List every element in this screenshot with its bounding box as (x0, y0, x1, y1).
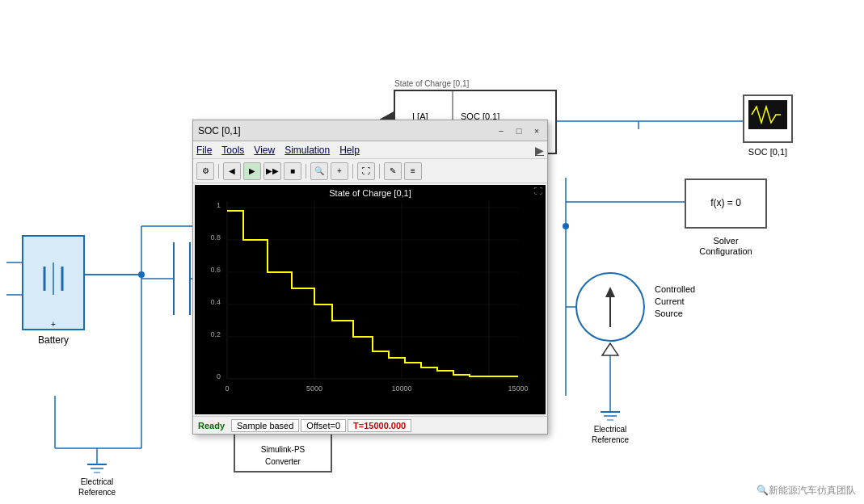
svg-text:Reference: Reference (78, 488, 116, 497)
toolbar-zoom-in[interactable]: + (331, 162, 348, 180)
svg-text:+: + (51, 320, 56, 329)
svg-text:10000: 10000 (391, 384, 411, 393)
minimize-button[interactable]: − (495, 125, 507, 136)
toolbar-settings[interactable]: ⚙ (196, 162, 214, 180)
menu-tools[interactable]: Tools (221, 145, 244, 156)
svg-text:State of Charge [0,1]: State of Charge [0,1] (394, 79, 470, 88)
scope-chart: State of Charge [0,1] 1 0.8 0.6 0.4 0.2 … (195, 185, 546, 414)
maximize-button[interactable]: □ (513, 125, 525, 136)
svg-text:Configuration: Configuration (699, 246, 752, 256)
svg-text:0.6: 0.6 (210, 266, 221, 274)
svg-text:5000: 5000 (306, 384, 322, 393)
status-time: T=15000.000 (348, 419, 411, 432)
toolbar-back[interactable]: ◀ (223, 162, 241, 180)
toolbar-sep2 (306, 164, 306, 178)
scope-toolbar: ⚙ ◀ ▶ ▶▶ ■ 🔍 + ⛶ ✎ ≡ (193, 159, 547, 183)
close-button[interactable]: × (531, 125, 542, 136)
scope-window-title: SOC [0,1] (198, 125, 241, 136)
svg-text:f(x) = 0: f(x) = 0 (710, 197, 741, 208)
svg-text:0: 0 (217, 372, 221, 380)
svg-text:Source: Source (655, 309, 683, 318)
svg-text:1: 1 (217, 201, 221, 209)
toolbar-pencil[interactable]: ✎ (384, 162, 402, 180)
toolbar-sep3 (352, 164, 353, 178)
chart-svg: 1 0.8 0.6 0.4 0.2 0 0 5000 10000 15000 (195, 185, 546, 414)
svg-text:Battery: Battery (38, 334, 69, 346)
svg-text:0.4: 0.4 (210, 298, 221, 306)
toolbar-forward[interactable]: ▶▶ (263, 162, 281, 180)
svg-text:0.8: 0.8 (210, 233, 221, 242)
menu-simulation[interactable]: Simulation (284, 145, 330, 156)
svg-text:0.2: 0.2 (210, 330, 221, 338)
svg-text:Current: Current (655, 296, 685, 306)
svg-text:SOC [0,1]: SOC [0,1] (748, 147, 787, 157)
svg-text:Electrical: Electrical (594, 425, 627, 434)
svg-point-63 (563, 223, 569, 229)
toolbar-sep4 (379, 164, 380, 178)
watermark: 🔍新能源汽车仿真团队 (757, 484, 856, 498)
toolbar-sep1 (218, 164, 219, 178)
status-ready: Ready (198, 421, 225, 430)
svg-text:Solver: Solver (713, 236, 739, 246)
menu-help[interactable]: Help (339, 145, 360, 156)
svg-text:Simulink-PS: Simulink-PS (261, 445, 306, 454)
svg-text:0: 0 (225, 384, 229, 393)
scope-menubar: File Tools View Simulation Help ▶ (193, 141, 547, 159)
svg-text:Controlled: Controlled (655, 284, 695, 294)
scope-titlebar: SOC [0,1] − □ × (193, 120, 547, 141)
svg-text:15000: 15000 (508, 384, 528, 393)
watermark-text: 🔍新能源汽车仿真团队 (757, 484, 856, 498)
toolbar-play[interactable]: ▶ (243, 162, 261, 180)
menu-file[interactable]: File (196, 145, 212, 156)
menu-arrow: ▶ (535, 144, 544, 157)
toolbar-stop[interactable]: ■ (284, 162, 301, 180)
toolbar-zoom-group[interactable]: 🔍 (310, 162, 328, 180)
svg-text:Electrical: Electrical (81, 477, 114, 486)
toolbar-expand[interactable]: ⛶ (357, 162, 375, 180)
status-sample-based: Sample based (231, 419, 299, 432)
scope-statusbar: Ready Sample based Offset=0 T=15000.000 (193, 416, 547, 434)
menu-view[interactable]: View (254, 145, 275, 156)
toolbar-param[interactable]: ≡ (404, 162, 422, 180)
svg-text:Converter: Converter (265, 457, 301, 466)
status-offset: Offset=0 (301, 419, 346, 432)
scope-window: SOC [0,1] − □ × File Tools View Simulati… (192, 120, 548, 435)
chart-title: State of Charge [0,1] (195, 188, 546, 198)
svg-text:Reference: Reference (592, 435, 630, 444)
svg-rect-34 (748, 100, 787, 129)
